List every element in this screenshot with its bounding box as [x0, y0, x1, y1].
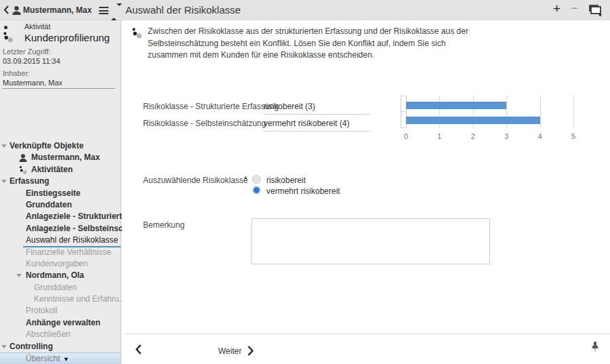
chart-bar	[406, 102, 506, 109]
sidebar-item[interactable]: Anlageziele - Strukturierte ...	[0, 211, 121, 222]
activity-type-label: Aktivität	[24, 22, 51, 31]
next-step-label: Weiter	[218, 346, 241, 356]
field-label-selfassessment: Risikoklasse - Selbsteinschätzung	[143, 119, 266, 128]
owner-value: Mustermann, Max	[3, 79, 62, 87]
sidebar-item[interactable]: Controlling	[0, 341, 121, 352]
next-step-button[interactable]: Weiter	[218, 345, 254, 357]
sidebar-item-label: Auswahl der Risikoklasse	[26, 235, 118, 245]
chart-plot	[406, 96, 573, 128]
sidebar-item[interactable]: Erfassung	[0, 176, 121, 187]
topbar: Mustermann, Max Auswahl der Risikoklasse…	[0, 0, 610, 20]
sidebar-item[interactable]: Auswahl der Risikoklasse	[0, 235, 121, 246]
chart-tick-label: 3	[504, 132, 508, 140]
last-access-value: 03.09.2015 11:34	[3, 57, 60, 65]
collapse-arrow-icon[interactable]	[1, 345, 7, 348]
sidebar-item[interactable]: Finanzielle Verhältnisse	[0, 247, 121, 258]
sidebar-item[interactable]: Grunddaten	[0, 282, 121, 294]
radio-risikobereit[interactable]	[252, 175, 261, 184]
sidebar-item[interactable]: Übersicht ▼	[0, 352, 121, 364]
chart-tick-label: 1	[437, 132, 441, 140]
sidebar-item-label: Kundenvorgaben	[26, 259, 87, 268]
sidebar-item[interactable]: Protokoll	[0, 305, 121, 317]
owner-label: Inhaber:	[3, 69, 30, 77]
sidebar: Aktivität Kundenprofilierung Letzter Zug…	[0, 20, 121, 364]
sidebar-item[interactable]: Einstiegsseite	[0, 188, 121, 199]
sidebar-item-label: Kenntnisse und Erfahru...	[34, 294, 125, 304]
sidebar-item[interactable]: Mustermann, Max	[0, 152, 121, 163]
sidebar-item-label: Erfassung	[9, 176, 49, 186]
sidebar-item[interactable]: Aktivitäten	[0, 164, 121, 176]
chart-gridline	[573, 96, 574, 128]
caret-down-icon: ▼	[63, 356, 69, 363]
bullet-icon	[4, 26, 7, 29]
chart-tick-label: 5	[571, 132, 575, 140]
sidebar-item-label: Controlling	[9, 342, 53, 351]
remark-textarea[interactable]	[251, 218, 490, 264]
sidebar-item[interactable]: Anlageziele - Selbsteinschät...	[0, 223, 121, 235]
window-stack-icon[interactable]	[587, 3, 603, 20]
chart-ticks: 012345	[406, 132, 573, 142]
app-window: Mustermann, Max Auswahl der Risikoklasse…	[0, 0, 610, 364]
collapse-arrow-icon[interactable]	[16, 274, 22, 277]
topbar-context-name[interactable]: Mustermann, Max	[23, 5, 92, 15]
main-content: Zwischen der Risikoklasse aus der strukt…	[122, 20, 610, 364]
field-label-structured: Risikoklasse - Strukturierte Erfassung	[143, 102, 279, 111]
activity-icon	[2, 31, 14, 46]
sidebar-item-label: Übersicht	[26, 354, 60, 363]
pin-icon[interactable]	[591, 341, 599, 355]
activity-icon	[131, 27, 143, 42]
sidebar-item[interactable]: Verknüpfte Objekte	[0, 140, 121, 152]
add-icon[interactable]: +	[553, 1, 561, 16]
divider	[2, 88, 115, 89]
sidebar-item-label: Anhänge verwalten	[26, 318, 100, 327]
sidebar-item-label: Grunddaten	[34, 283, 77, 292]
risk-bar-chart: 012345	[400, 96, 573, 150]
field-value-selfassessment: vermehrt risikobereit (4)	[264, 119, 370, 132]
required-marker: *	[244, 175, 247, 184]
sidebar-item-label: Einstiegsseite	[26, 188, 81, 198]
divider	[126, 333, 610, 334]
chart-tick-label: 4	[538, 132, 542, 140]
sidebar-item-label: Protokoll	[26, 306, 58, 315]
sidebar-item[interactable]: Abschließen	[0, 329, 121, 340]
sidebar-item-label: Anlageziele - Strukturierte ...	[26, 211, 136, 221]
back-icon[interactable]	[3, 5, 9, 18]
sidebar-item-label: Verknüpfte Objekte	[9, 141, 83, 150]
chart-tick-label: 0	[404, 132, 408, 140]
object-name: Kundenprofilierung	[24, 32, 110, 43]
last-access-label: Letzter Zugriff:	[3, 47, 51, 56]
sidebar-item[interactable]: Grunddaten	[0, 199, 121, 211]
field-value-structured: risikobereit (3)	[264, 102, 370, 115]
sidebar-item-label: Aktivitäten	[31, 165, 73, 174]
chevron-right-icon	[247, 345, 254, 357]
sidebar-item[interactable]: Anhänge verwalten	[0, 317, 121, 329]
instruction-text: Zwischen der Risikoklasse aus der strukt…	[148, 26, 485, 62]
hamburger-menu-icon[interactable]	[99, 7, 108, 14]
minus-icon[interactable]: −	[571, 1, 578, 16]
customer-person-icon	[12, 5, 22, 18]
collapse-arrow-icon[interactable]	[1, 180, 7, 183]
chart-category-axis	[401, 96, 406, 128]
sort-updown-icon[interactable]	[111, 6, 117, 15]
sidebar-item[interactable]: Nordmann, Ola	[0, 270, 121, 281]
navigation-tree: Verknüpfte Objekte Mustermann, Max Aktiv…	[0, 140, 121, 364]
page-title: Auswahl der Risikoklasse	[125, 4, 241, 16]
chart-bar	[406, 117, 540, 124]
previous-step-button[interactable]	[135, 344, 142, 358]
collapse-arrow-icon[interactable]	[1, 144, 7, 148]
sidebar-item[interactable]: Kenntnisse und Erfahru...	[0, 294, 121, 305]
chart-gridline	[540, 96, 541, 128]
remark-label: Bemerkung	[143, 220, 184, 230]
sidebar-item[interactable]: Kundenvorgaben	[0, 258, 121, 270]
sidebar-item-label: Abschließen	[26, 329, 70, 339]
radio-label-vermehrt-risikobereit[interactable]: vermehrt risikobereit	[266, 186, 340, 196]
radio-vermehrt-risikobereit[interactable]	[252, 186, 261, 195]
chart-tick-label: 2	[471, 132, 475, 140]
sidebar-item-label: Mustermann, Max	[31, 153, 100, 162]
radio-group-label: Auszuwählende Risikoklasse	[143, 176, 248, 185]
sidebar-item-label: Grunddaten	[26, 200, 72, 209]
sidebar-item-label: Finanzielle Verhältnisse	[26, 247, 111, 257]
sidebar-item-label: Nordmann, Ola	[26, 270, 84, 280]
radio-label-risikobereit[interactable]: risikobereit	[266, 176, 306, 185]
